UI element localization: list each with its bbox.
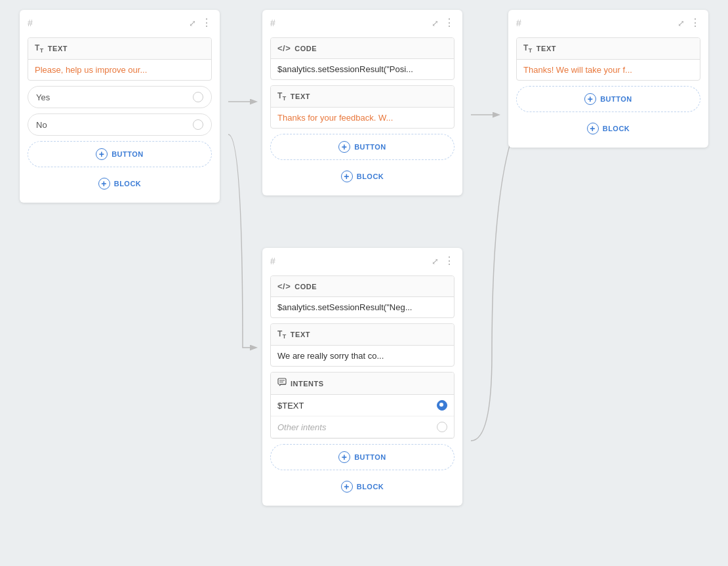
text-icon-1: TT [35,43,44,54]
card-4-header-right: ⤢ ⋮ [432,256,455,266]
card-2-code-value: $analytics.setSessionResult("Posi... [277,64,413,74]
code-label-4: CODE [294,283,317,291]
plus-icon-btn-3: + [584,93,596,105]
menu-icon-1[interactable]: ⋮ [201,18,212,28]
card-4-add-button[interactable]: + BUTTON [270,444,455,470]
expand-icon-1[interactable]: ⤢ [189,18,196,28]
card-3-text-value: Thanks! We will take your f... [523,65,632,75]
card-4-add-block[interactable]: + BLOCK [270,475,455,498]
card-1-text-header: TT TEXT [28,38,211,60]
text-label-3: TEXT [536,45,556,52]
card-1-header: # ⤢ ⋮ [28,18,212,31]
card-4-text-value: We are really sorry that co... [277,351,384,361]
card-3-add-block[interactable]: + BLOCK [516,117,700,140]
text-icon-2: TT [277,91,287,102]
expand-icon-3[interactable]: ⤢ [677,18,685,28]
card-4-code-header: </> CODE [271,276,454,297]
button-label-3: BUTTON [600,95,632,103]
plus-icon-block-3: + [587,123,599,134]
plus-icon-btn-1: + [96,148,108,160]
card-2-code-content: $analytics.setSessionResult("Posi... [271,59,454,79]
card-2-header: # ⤢ ⋮ [270,18,455,31]
plus-icon-block-4: + [341,481,353,493]
card-4-text-block: TT TEXT We are really sorry that co... [270,323,455,367]
intent-text-label: $TEXT [277,401,304,411]
no-radio[interactable] [193,119,203,130]
text-label-4: TEXT [291,331,310,338]
card-3-text-block: TT TEXT Thanks! We will take your f... [516,37,700,81]
intents-label-4: INTENTS [291,380,324,388]
code-icon-2: </> [277,43,291,53]
card-3-header-left: # [516,18,521,28]
intent-other-radio[interactable] [437,422,447,432]
card-2-text-block: TT TEXT Thanks for your feedback. W... [270,85,455,129]
card-4-header-left: # [270,256,275,266]
expand-icon-4[interactable]: ⤢ [432,256,439,266]
text-icon-4: TT [277,329,287,340]
card-4-text-content: We are really sorry that co... [271,346,454,366]
card-1-add-block[interactable]: + BLOCK [28,172,212,195]
menu-icon-4[interactable]: ⋮ [444,256,455,266]
hash-icon-3: # [516,18,521,28]
card-1-text-block: TT TEXT Please, help us improve our... [28,37,212,81]
card-4-intents-block: INTENTS $TEXT Other intents [270,372,455,439]
card-4: # ⤢ ⋮ </> CODE $analytics.setSessionResu… [262,248,462,506]
plus-icon-block-2: + [341,171,353,182]
hash-icon-2: # [270,18,275,28]
card-1-text-value: Please, help us improve our... [35,65,147,75]
card-3-add-button[interactable]: + BUTTON [516,86,700,112]
card-4-code-block: </> CODE $analytics.setSessionResult("Ne… [270,275,455,318]
card-2-header-right: ⤢ ⋮ [432,18,455,28]
block-label-2: BLOCK [357,172,384,180]
hash-icon-4: # [270,256,275,266]
card-4-intents-header: INTENTS [271,373,454,395]
plus-icon-btn-2: + [338,141,350,153]
no-label: No [36,120,47,130]
card-3-text-content: Thanks! We will take your f... [517,60,700,80]
block-label-4: BLOCK [357,483,384,491]
intent-row-other[interactable]: Other intents [271,416,454,438]
card-1: # ⤢ ⋮ TT TEXT Please, help us improve ou… [20,10,220,203]
card-2-add-button[interactable]: + BUTTON [270,134,455,160]
intents-icon-4 [277,378,287,389]
card-2-add-block[interactable]: + BLOCK [270,165,455,188]
text-label-2: TEXT [291,92,310,100]
text-label-1: TEXT [48,45,68,52]
svg-rect-0 [278,378,286,384]
card-1-text-content: Please, help us improve our... [28,60,211,80]
intent-other-label: Other intents [277,422,326,432]
plus-icon-block-1: + [98,178,110,190]
card-4-text-header: TT TEXT [271,324,454,346]
card-3-header: # ⤢ ⋮ [516,18,700,31]
card-1-option-no[interactable]: No [28,113,212,136]
code-label-2: CODE [294,45,317,52]
menu-icon-2[interactable]: ⋮ [444,18,455,28]
text-icon-3: TT [523,43,533,54]
card-4-header: # ⤢ ⋮ [270,256,455,269]
hash-icon-1: # [28,18,33,28]
menu-icon-3[interactable]: ⋮ [690,18,700,28]
card-3-text-header: TT TEXT [517,38,700,60]
card-1-header-left: # [28,18,33,28]
card-4-code-value: $analytics.setSessionResult("Neg... [277,302,413,312]
button-label-1: BUTTON [111,150,144,158]
intent-row-text[interactable]: $TEXT [271,395,454,416]
card-3-header-right: ⤢ ⋮ [677,18,700,28]
card-2-code-block: </> CODE $analytics.setSessionResult("Po… [270,37,455,80]
card-1-add-button[interactable]: + BUTTON [28,141,212,167]
card-3: # ⤢ ⋮ TT TEXT Thanks! We will take your … [508,10,708,148]
card-4-code-content: $analytics.setSessionResult("Neg... [271,297,454,317]
card-4-intents-content: $TEXT Other intents [271,395,454,438]
button-label-2: BUTTON [354,143,386,151]
card-1-option-yes[interactable]: Yes [28,86,212,108]
plus-icon-btn-4: + [338,451,350,463]
expand-icon-2[interactable]: ⤢ [432,18,439,28]
yes-label: Yes [36,92,50,102]
card-1-header-right: ⤢ ⋮ [189,18,212,28]
intent-text-radio[interactable] [437,400,447,411]
card-2: # ⤢ ⋮ </> CODE $analytics.setSessionResu… [262,10,462,195]
button-label-4: BUTTON [354,453,386,461]
block-label-3: BLOCK [603,125,630,132]
block-label-1: BLOCK [114,180,142,188]
yes-radio[interactable] [193,92,203,102]
